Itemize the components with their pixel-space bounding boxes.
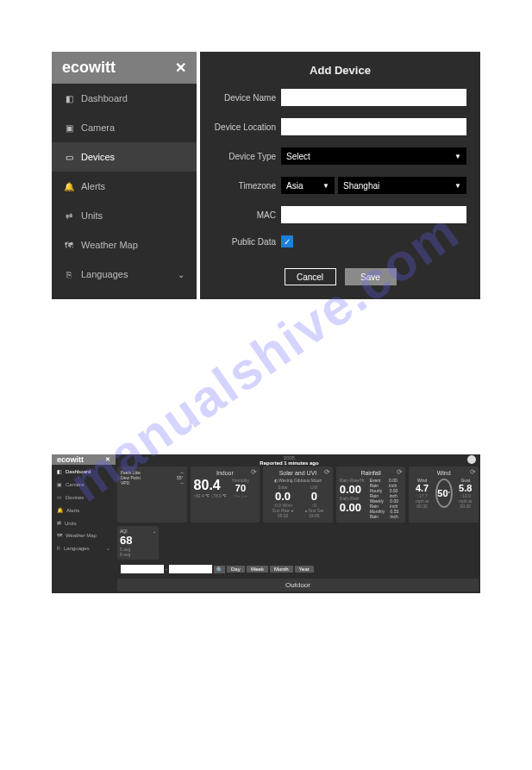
close-icon[interactable]: ✕ <box>105 456 110 463</box>
date-to-input[interactable] <box>169 565 212 573</box>
refresh-icon[interactable]: ⟳ <box>324 468 330 476</box>
report-status: 2005 Reported 1 minutes ago <box>116 454 463 465</box>
device-type-select[interactable]: Select ▼ <box>281 147 466 165</box>
languages-icon: ⎘ <box>57 546 60 551</box>
sidebar-item-languages[interactable]: ⎘ Languages ⌄ <box>52 260 197 289</box>
ms-weather-map[interactable]: 🗺Weather Map <box>52 529 116 542</box>
timezone-city-select[interactable]: Shanghai ▼ <box>338 177 466 194</box>
public-data-checkbox[interactable]: ✓ <box>281 235 293 247</box>
caret-down-icon: ▼ <box>322 182 329 190</box>
sidebar-item-label: Languages <box>81 269 128 279</box>
label: Hourly Rain <box>370 488 386 498</box>
caret-down-icon: ▼ <box>454 153 461 160</box>
wind-card: Wind ⟳ Wind 4.7 ↑17.7 mph at 00:30 50° G… <box>409 466 479 523</box>
caret-down-icon: ▼ <box>454 182 461 190</box>
sidebar-item-label: Camera <box>81 122 115 133</box>
wind-value: 4.7 <box>412 483 431 493</box>
label: Weekly Rain <box>370 498 387 509</box>
sidebar-item-label: Alerts <box>81 181 105 191</box>
device-type-label: Device Type <box>214 152 281 161</box>
sub: ↑19.9 mph at 00:30 <box>456 493 475 509</box>
mini-sidebar: ◧Dashboard ▣Camera ▭Devices 🔔Alerts ⇄Uni… <box>52 465 116 593</box>
value: 0.00 inch <box>390 498 402 509</box>
value: -- <box>180 480 183 485</box>
cancel-button[interactable]: Cancel <box>285 268 336 285</box>
week-button[interactable]: Week <box>247 566 268 573</box>
date-from-input[interactable] <box>121 565 164 573</box>
sidebar-item-units[interactable]: ⇄ Units <box>52 201 197 230</box>
select-value: Select <box>286 152 310 161</box>
daily-value: 0.00 <box>340 501 365 514</box>
wind-direction: 50 <box>437 488 448 498</box>
uvi-value: 0 <box>304 490 323 503</box>
card-title: Solar and UVI <box>266 470 329 476</box>
device-location-input[interactable] <box>281 118 466 135</box>
refresh-icon[interactable]: ⟳ <box>397 468 403 476</box>
sunset-value: 19:05 <box>304 513 323 518</box>
sidebar-item-label: Units <box>81 210 103 221</box>
humidity-range: ↑:-- ↓:-- <box>232 493 248 498</box>
sidebar: ecowitt ✕ ◧ Dashboard ▣ Camera ▭ Devices… <box>52 52 197 299</box>
map-icon: 🗺 <box>57 533 62 538</box>
select-value: Shanghai <box>343 181 379 191</box>
ms-alerts[interactable]: 🔔Alerts <box>52 504 116 516</box>
ms-languages[interactable]: ⎘Languages⌄ <box>52 542 116 554</box>
search-icon[interactable]: 🔍 <box>214 566 225 573</box>
devices-icon: ▭ <box>57 494 62 500</box>
ms-dashboard[interactable]: ◧Dashboard <box>52 465 116 478</box>
feels-card: Feels Like-- Dew Point55° VPD-- <box>117 466 187 523</box>
ms-camera[interactable]: ▣Camera <box>52 478 116 491</box>
devices-icon: ▭ <box>64 153 74 162</box>
avatar-icon[interactable] <box>467 455 476 464</box>
year-button[interactable]: Year <box>295 566 314 573</box>
mac-label: MAC <box>214 210 281 220</box>
close-icon[interactable]: ✕ <box>175 59 186 76</box>
sidebar-header: ecowitt ✕ <box>52 52 197 84</box>
sidebar-item-dashboard[interactable]: ◧ Dashboard <box>52 84 197 113</box>
add-device-panel: Add Device Device Name Device Location D… <box>200 52 480 299</box>
mac-input[interactable] <box>281 206 466 223</box>
camera-icon: ▣ <box>57 481 62 487</box>
rainfall-card: Rainfall ⟳ Rain Rate/Hr 0.00 Daily Rain … <box>336 466 406 523</box>
refresh-icon[interactable]: ⟳ <box>251 468 257 476</box>
dashboard-screenshot: ecowitt ✕ 2005 Reported 1 minutes ago ◧D… <box>52 454 480 593</box>
timezone-region-select[interactable]: Asia ▼ <box>281 177 335 194</box>
to-label: - <box>166 567 167 572</box>
label: Languages <box>64 546 90 551</box>
day-button[interactable]: Day <box>227 566 245 573</box>
brand-logo: ecowitt <box>62 59 116 77</box>
month-button[interactable]: Month <box>270 566 293 573</box>
mini-sidebar-header: ecowitt ✕ <box>52 454 116 465</box>
sidebar-item-alerts[interactable]: 🔔 Alerts <box>52 172 197 201</box>
value: 0.55 inch <box>391 509 403 519</box>
refresh-icon[interactable]: ⟳ <box>470 468 476 476</box>
solar-card: Solar and UVI ⟳ ◐ Waxing Gibbous Moon So… <box>263 466 333 523</box>
device-name-input[interactable] <box>281 89 466 106</box>
sidebar-item-weather-map[interactable]: 🗺 Weather Map <box>52 230 197 260</box>
label: Alerts <box>66 508 79 513</box>
aqi-value: 68 <box>120 534 156 547</box>
sidebar-item-label: Devices <box>81 152 115 162</box>
gust-value: 5.8 <box>456 483 475 493</box>
chevron-down-icon: ⌄ <box>106 545 110 551</box>
outdoor-section-header: Outdoor <box>117 579 479 592</box>
temperature-range: ↑82.4 ℉ ↓78.9 ℉ <box>194 493 228 498</box>
save-button[interactable]: Save <box>345 268 397 285</box>
chevron-down-icon: ⌄ <box>178 270 185 279</box>
chevron-down-icon[interactable]: ⌄ <box>153 529 156 534</box>
card-title: Rainfall <box>340 470 403 476</box>
dashboard-icon: ◧ <box>64 94 74 103</box>
label: Weather Map <box>66 533 97 538</box>
ms-units[interactable]: ⇄Units <box>52 516 116 529</box>
sidebar-item-devices[interactable]: ▭ Devices <box>52 142 197 172</box>
card-title: Indoor <box>194 470 257 476</box>
public-data-label: Public Data <box>214 237 281 247</box>
label: Devices <box>66 495 84 500</box>
label: Camera <box>66 482 84 487</box>
device-name-label: Device Name <box>214 93 281 103</box>
brand-logo: ecowitt <box>57 455 84 464</box>
sidebar-item-camera[interactable]: ▣ Camera <box>52 113 197 142</box>
label: VPD <box>121 480 129 485</box>
rate-value: 0.00 <box>340 483 365 496</box>
ms-devices[interactable]: ▭Devices <box>52 491 116 504</box>
